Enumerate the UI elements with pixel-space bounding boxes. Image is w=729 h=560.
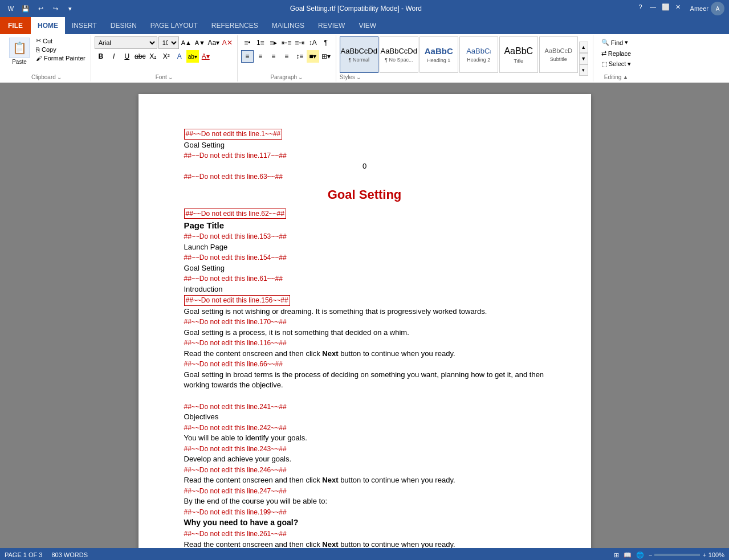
increase-font-button[interactable]: A▲ (180, 36, 193, 49)
style-no-spacing-preview: AaBbCcDd (381, 47, 417, 56)
editing-collapse[interactable]: ▲ (622, 74, 628, 80)
tab-file[interactable]: FILE (0, 17, 31, 34)
cut-button[interactable]: ✂ Cut (34, 36, 87, 45)
styles-label-text: Styles (340, 74, 355, 80)
styles-scroll-up[interactable]: ▲ (579, 42, 588, 53)
increase-indent-button[interactable]: ≡⇥ (294, 36, 306, 49)
clipboard-dialog-launcher[interactable]: ⌄ (57, 74, 62, 80)
line-31: Read the content onscreen and then click… (184, 475, 545, 485)
bullets-button[interactable]: ≡• (241, 36, 254, 49)
format-painter-icon: 🖌 (36, 55, 42, 62)
show-formatting-button[interactable]: ¶ (320, 36, 332, 49)
tab-references[interactable]: REFERENCES (205, 17, 265, 34)
borders-button[interactable]: ⊞▾ (320, 50, 332, 63)
tab-mailings[interactable]: MAILINGS (265, 17, 311, 34)
font-name-select[interactable]: Arial (95, 36, 157, 49)
line-22: Goal setting in broad terms is the proce… (184, 370, 545, 390)
word-icon[interactable]: W (5, 2, 17, 15)
line-25: Objectives (184, 412, 545, 422)
decrease-indent-button[interactable]: ⇤≡ (280, 36, 293, 49)
strikethrough-button[interactable]: abc (134, 50, 146, 63)
replace-button[interactable]: ⇄ Replace (599, 48, 634, 58)
underline-button[interactable]: U (121, 50, 133, 63)
superscript-button[interactable]: X² (160, 50, 173, 63)
view-reader-icon[interactable]: 📖 (624, 551, 632, 559)
font-size-select[interactable]: 10 (158, 36, 179, 49)
align-center-button[interactable]: ≡ (254, 50, 267, 63)
style-heading1[interactable]: AaBbC Heading 1 (420, 36, 458, 73)
zoom-in-button[interactable]: + (702, 551, 706, 558)
text-highlight-button[interactable]: ab▾ (186, 50, 199, 63)
style-normal[interactable]: AaBbCcDd ¶ Normal (340, 36, 378, 73)
italic-button[interactable]: I (108, 50, 120, 63)
zoom-slider[interactable] (654, 554, 700, 556)
line-27: You will be able to identify your goals. (184, 433, 545, 443)
user-name: Ameer (690, 5, 708, 12)
font-dialog-launcher[interactable]: ⌄ (168, 74, 173, 80)
line-20: Read the content onscreen and then click… (184, 349, 545, 359)
copy-icon: ⎘ (36, 46, 40, 53)
line-spacing-button[interactable]: ↕≡ (294, 50, 306, 63)
select-button[interactable]: ⬚ Select ▾ (599, 59, 634, 69)
paragraph-dialog-launcher[interactable]: ⌄ (298, 74, 303, 80)
minimize-button[interactable]: — (648, 2, 658, 12)
editing-group-label: Editing ▲ (604, 74, 628, 80)
align-right-button[interactable]: ≡ (267, 50, 280, 63)
redo-button[interactable]: ↪ (49, 2, 62, 15)
style-normal-label: ¶ Normal (349, 57, 369, 63)
justify-button[interactable]: ≡ (280, 50, 293, 63)
style-title[interactable]: AaBbC Title (499, 36, 538, 73)
save-button[interactable]: 💾 (19, 2, 32, 15)
styles-scroll-down[interactable]: ▼ (579, 53, 588, 64)
shading-button[interactable]: ■▾ (307, 50, 319, 63)
tab-design[interactable]: DESIGN (104, 17, 144, 34)
style-heading2[interactable]: AaBbCᵢ Heading 2 (459, 36, 498, 73)
font-format-row: B I U abc X₂ X² A ab▾ A▾ (95, 50, 234, 63)
styles-more[interactable]: ▾ (579, 64, 588, 76)
text-effects-button[interactable]: A (173, 50, 186, 63)
user-avatar[interactable]: A (711, 2, 724, 15)
tab-view[interactable]: VIEW (352, 17, 383, 34)
decrease-font-button[interactable]: A▼ (194, 36, 206, 49)
paste-icon: 📋 (9, 38, 30, 58)
close-button[interactable]: ✕ (673, 2, 683, 12)
line-32: ##~~Do not edit this line.247~~## (184, 487, 545, 496)
multilevel-list-button[interactable]: ≡▸ (267, 36, 280, 49)
line-21: ##~~Do not edit this line.66~~## (184, 359, 545, 369)
styles-group: AaBbCcDd ¶ Normal AaBbCcDd ¶ No Spac... … (336, 35, 593, 81)
change-case-button[interactable]: Aa▾ (207, 36, 220, 49)
view-web-icon[interactable]: 🌐 (636, 551, 644, 559)
format-painter-button[interactable]: 🖌 Format Painter (34, 54, 87, 62)
subscript-button[interactable]: X₂ (147, 50, 160, 63)
maximize-button[interactable]: ⬜ (661, 2, 671, 12)
style-no-spacing[interactable]: AaBbCcDd ¶ No Spac... (380, 36, 418, 73)
customize-quick-access[interactable]: ▾ (64, 2, 76, 15)
bold-button[interactable]: B (95, 50, 107, 63)
find-button[interactable]: 🔍 Find ▾ (599, 38, 634, 47)
zoom-out-button[interactable]: − (649, 551, 652, 558)
tab-review[interactable]: REVIEW (311, 17, 352, 34)
styles-inner: AaBbCcDd ¶ Normal AaBbCcDd ¶ No Spac... … (340, 36, 578, 80)
undo-button[interactable]: ↩ (34, 2, 47, 15)
find-dropdown-arrow[interactable]: ▾ (625, 39, 628, 46)
sort-button[interactable]: ↕A (307, 36, 319, 49)
help-button[interactable]: ? (636, 2, 646, 12)
paste-button[interactable]: 📋 Paste (6, 36, 33, 66)
numbering-button[interactable]: 1≡ (254, 36, 267, 49)
tab-page-layout[interactable]: PAGE LAYOUT (144, 17, 205, 34)
tab-insert[interactable]: INSERT (65, 17, 104, 34)
line-4: 0 (184, 161, 545, 171)
view-layout-icon[interactable]: ⊞ (614, 551, 619, 559)
document-page[interactable]: ##~~Do not edit this line.1~~## Goal Set… (139, 94, 591, 548)
align-left-button[interactable]: ≡ (241, 50, 254, 63)
blank-1 (184, 391, 545, 401)
tab-home[interactable]: HOME (31, 17, 65, 34)
font-color-button[interactable]: A▾ (199, 50, 212, 63)
styles-group-label: Styles ⌄ (340, 74, 578, 80)
clear-formatting-button[interactable]: A✕ (221, 36, 234, 49)
line-37: Read the content onscreen and then click… (184, 539, 545, 548)
style-subtitle[interactable]: AaBbCcD Subtitle (539, 36, 578, 73)
copy-button[interactable]: ⎘ Copy (34, 46, 87, 54)
font-label-text: Font (156, 74, 167, 80)
styles-dialog-launcher[interactable]: ⌄ (356, 74, 361, 80)
